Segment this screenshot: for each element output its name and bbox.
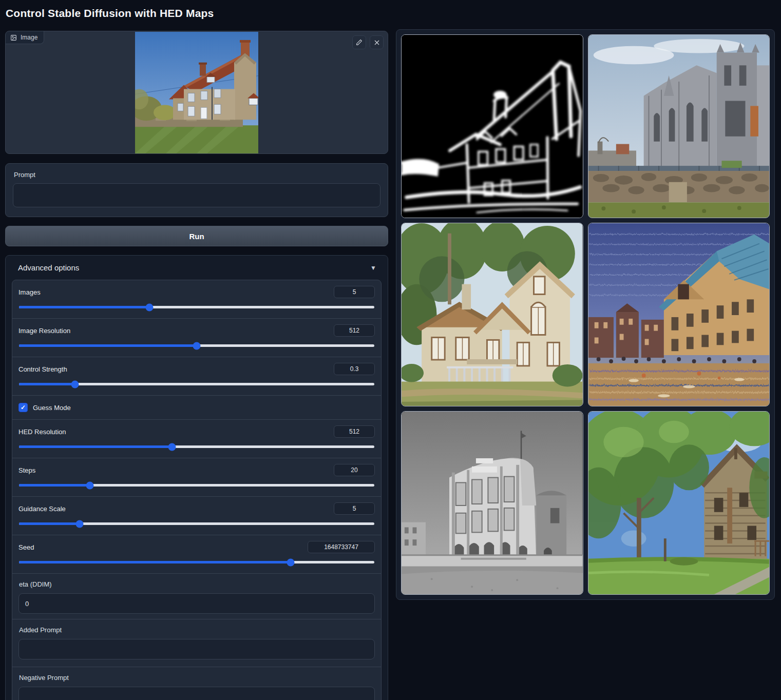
result-gallery <box>396 29 775 600</box>
guidance-scale-value-input[interactable] <box>334 502 375 515</box>
gallery-item-cathedral[interactable] <box>588 34 770 218</box>
eta-input[interactable] <box>18 593 375 614</box>
slider-thumb[interactable] <box>145 303 153 311</box>
image-resolution-value-input[interactable] <box>334 324 375 337</box>
gallery-item-cream-house[interactable] <box>401 223 583 406</box>
eta-label: eta (DDIM) <box>19 580 375 588</box>
slider-thumb[interactable] <box>287 558 295 566</box>
edit-image-button[interactable] <box>352 35 366 49</box>
input-image-component[interactable]: Image <box>5 31 388 154</box>
prompt-block: Prompt <box>5 163 388 217</box>
advanced-options-form: Images Image Resolution Control St <box>12 280 382 700</box>
slider-thumb[interactable] <box>193 342 201 349</box>
seed-value-input[interactable] <box>308 541 375 553</box>
guidance-scale-label: Guidance Scale <box>18 505 66 513</box>
guidance-scale-slider[interactable] <box>19 522 374 525</box>
gallery-item-hed-map[interactable] <box>401 34 583 218</box>
control-strength-slider[interactable] <box>19 383 374 385</box>
seed-slider[interactable] <box>19 561 374 563</box>
wooden-house-with-trees-image <box>588 412 770 594</box>
hed-resolution-value-input[interactable] <box>334 425 375 438</box>
hed-edge-map-image <box>402 35 583 218</box>
image-resolution-slider[interactable] <box>19 344 374 347</box>
pencil-icon <box>356 39 363 46</box>
control-panel: Image <box>5 31 388 700</box>
slider-thumb[interactable] <box>86 481 94 489</box>
seed-label: Seed <box>18 543 34 551</box>
gallery-item-impressionist[interactable] <box>588 223 770 406</box>
steps-slider-row: Steps <box>12 458 381 497</box>
page-title: Control Stable Diffusion with HED Maps <box>6 7 214 20</box>
negative-prompt-row: Negative Prompt <box>12 667 381 700</box>
guidance-scale-slider-row: Guidance Scale <box>12 497 381 535</box>
image-icon <box>10 34 17 41</box>
guess-mode-checkbox[interactable] <box>18 403 28 412</box>
control-strength-label: Control Strength <box>18 365 67 373</box>
control-strength-slider-row: Control Strength <box>12 357 381 396</box>
image-type-badge: Image <box>6 31 44 44</box>
advanced-options-toggle[interactable]: Advanced options ▼ <box>12 262 382 280</box>
image-resolution-slider-row: Image Resolution <box>12 319 381 357</box>
impressionist-painting-image <box>588 223 770 406</box>
added-prompt-input[interactable] <box>18 639 375 659</box>
guess-mode-row: Guess Mode <box>12 396 381 420</box>
seed-slider-row: Seed <box>12 535 381 574</box>
advanced-options-label: Advanced options <box>18 263 79 272</box>
run-button[interactable]: Run <box>5 226 388 246</box>
images-slider[interactable] <box>19 306 374 308</box>
steps-label: Steps <box>18 466 35 474</box>
eta-row: eta (DDIM) <box>12 574 381 619</box>
images-label: Images <box>18 288 41 296</box>
added-prompt-label: Added Prompt <box>19 626 375 634</box>
steps-slider[interactable] <box>19 484 374 487</box>
cream-wooden-house-image <box>402 223 583 406</box>
hed-resolution-slider[interactable] <box>19 445 374 448</box>
close-icon <box>374 40 380 46</box>
hed-resolution-label: HED Resolution <box>18 428 66 436</box>
guess-mode-label: Guess Mode <box>33 404 71 412</box>
hed-resolution-slider-row: HED Resolution <box>12 420 381 458</box>
added-prompt-row: Added Prompt <box>12 619 381 667</box>
clear-image-button[interactable] <box>370 35 384 49</box>
negative-prompt-label: Negative Prompt <box>19 674 375 682</box>
image-badge-label: Image <box>21 34 37 41</box>
stone-cathedral-image <box>588 35 770 218</box>
chevron-down-icon: ▼ <box>370 264 376 271</box>
images-slider-row: Images <box>12 280 381 319</box>
images-value-input[interactable] <box>334 286 375 298</box>
image-resolution-label: Image Resolution <box>18 327 70 335</box>
prompt-input[interactable] <box>13 183 380 207</box>
control-strength-value-input[interactable] <box>334 363 375 375</box>
steps-value-input[interactable] <box>334 464 375 476</box>
prompt-label: Prompt <box>14 171 380 179</box>
uploaded-house-photo <box>135 32 258 153</box>
slider-thumb[interactable] <box>168 443 176 451</box>
gallery-item-bw-building[interactable] <box>401 411 583 595</box>
slider-thumb[interactable] <box>75 520 83 528</box>
gallery-item-green-house[interactable] <box>588 411 770 595</box>
slider-thumb[interactable] <box>71 380 79 388</box>
black-and-white-building-image <box>402 412 583 594</box>
advanced-options-accordion: Advanced options ▼ Images Image Resoluti… <box>5 255 388 700</box>
negative-prompt-input[interactable] <box>18 687 375 700</box>
